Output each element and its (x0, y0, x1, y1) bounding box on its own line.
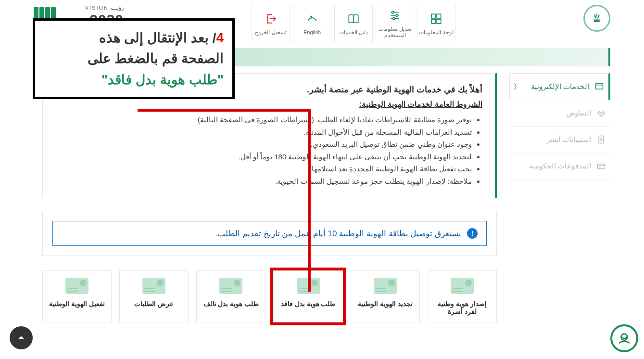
delivery-info-text: يستغرق توصيل بطاقة الهوية الوطنية 10 أيا… (215, 229, 461, 239)
sidebar-payments-label: المدفوعات الحكومية (529, 162, 591, 170)
card-renew-id[interactable]: تجديد الهوية الوطنية (351, 270, 420, 322)
card-damaged-id[interactable]: طلب هوية بدل تالف (196, 270, 265, 322)
tutorial-callout: 4/ بعد الإنتقال إلى هذه الصفحة قم بالضغط… (33, 18, 235, 99)
card-orders-label: عرض الطلبات (134, 300, 174, 308)
svg-rect-9 (598, 164, 605, 169)
chevron-left-icon: 〈 (514, 82, 521, 91)
nav-edit-user-label: تعديل معلومات المستخدم (376, 26, 414, 38)
svg-rect-2 (431, 19, 436, 24)
svg-point-4 (392, 11, 394, 13)
dashboard-icon (429, 12, 443, 26)
card-issue-family-id[interactable]: إصدار هوية وطنية لفرد أسرة (428, 270, 497, 322)
card-damaged-label: طلب هوية بدل تالف (203, 300, 259, 308)
sidebar-item-surveys[interactable]: استبيانات أبشر (509, 127, 610, 153)
eservices-icon (594, 81, 605, 92)
terms-item: تسديد الغرامات المالية المسجلة من قبل ال… (55, 126, 472, 139)
card-renew-label: تجديد الهوية الوطنية (358, 300, 413, 308)
id-card-icon (374, 278, 397, 294)
book-icon (347, 12, 360, 26)
sidebar-eservices-label: الخدمات الإلكترونية (531, 82, 589, 91)
nav-dashboard-label: لوحة المعلومات (419, 29, 453, 36)
chevron-up-icon (16, 333, 26, 343)
top-nav: لوحة المعلومات تعديل معلومات المستخدم دل… (252, 5, 455, 42)
nav-guide-label: دليل الخدمات (339, 29, 368, 36)
sidebar-item-payments[interactable]: المدفوعات الحكومية (509, 153, 610, 180)
language-icon (305, 12, 319, 26)
terms-heading: الشروط العامة لخدمات الهوية الوطنية: (55, 100, 482, 109)
scroll-to-top-button[interactable] (10, 326, 33, 349)
sidebar-negotiation-label: التفاوض (566, 109, 591, 117)
id-card-icon (65, 278, 88, 294)
svg-rect-7 (596, 83, 603, 89)
handshake-icon (596, 108, 606, 118)
svg-rect-0 (431, 14, 436, 18)
saudi-emblem-icon (583, 5, 610, 32)
delivery-info-panel: ! يستغرق توصيل بطاقة الهوية الوطنية 10 أ… (42, 211, 497, 256)
terms-list: توفير صورة مطابقة للاشتراطات تفاديا لإلغ… (55, 114, 482, 187)
nav-language-english[interactable]: English (293, 5, 331, 42)
support-agent-icon (617, 331, 632, 346)
card-lost-label: طلب هوية بدل فاقد (281, 300, 336, 308)
nav-dashboard[interactable]: لوحة المعلومات (417, 5, 455, 42)
sidebar-item-eservices[interactable]: الخدمات الإلكترونية 〈 (509, 73, 610, 100)
svg-point-6 (393, 17, 395, 19)
payments-icon (596, 161, 606, 171)
nav-logout[interactable]: تسجيل الخروج (252, 5, 290, 42)
nav-edit-user[interactable]: تعديل معلومات المستخدم (376, 5, 414, 42)
terms-item: ملاحظة: لإصدار الهوية يتطلب حجز موعد لتس… (55, 175, 472, 188)
svg-rect-1 (437, 14, 441, 18)
sidebar: الخدمات الإلكترونية 〈 التفاوض استبيانات … (509, 73, 610, 322)
card-lost-id[interactable]: طلب هوية بدل فاقد (273, 270, 342, 322)
card-issue-family-label: إصدار هوية وطنية لفرد أسرة (432, 300, 492, 315)
main-content: أهلاً بك في خدمات الهوية الوطنية عبر منص… (42, 73, 497, 322)
svg-rect-3 (437, 19, 441, 24)
info-icon: ! (467, 228, 478, 239)
card-activate-label: تفعيل الهوية الوطنية (49, 300, 105, 308)
id-card-icon (297, 278, 320, 294)
tutorial-step-number: 4 (216, 30, 224, 45)
support-chat-button[interactable] (610, 324, 638, 352)
sidebar-surveys-label: استبيانات أبشر (546, 135, 591, 144)
sidebar-item-negotiation[interactable]: التفاوض (509, 100, 610, 127)
nav-services-guide[interactable]: دليل الخدمات (334, 5, 373, 42)
tutorial-line2: الصفحة قم بالضغط على (88, 51, 224, 66)
card-activate-id[interactable]: تفعيل الهوية الوطنية (42, 270, 112, 322)
tutorial-line1: / بعد الإنتقال إلى هذه (99, 30, 216, 45)
sliders-icon (388, 9, 402, 22)
terms-item: يجب تفعيل بطاقة الهوية الوطنية المجددة ب… (55, 163, 472, 175)
nav-english-label: English (303, 29, 321, 35)
delivery-info: ! يستغرق توصيل بطاقة الهوية الوطنية 10 أ… (52, 221, 487, 246)
orders-icon (142, 278, 165, 294)
service-cards: إصدار هوية وطنية لفرد أسرة تجديد الهوية … (42, 270, 497, 322)
nav-logout-label: تسجيل الخروج (255, 29, 286, 36)
logout-icon (264, 12, 278, 26)
clipboard-icon (596, 134, 606, 145)
id-card-icon (451, 278, 474, 294)
card-view-orders[interactable]: عرض الطلبات (119, 270, 189, 322)
terms-item: لتجديد الهوية الوطنية يجب أن يتبقى على ا… (55, 151, 472, 163)
tutorial-target-text: "طلب هوية بدل فاقد" (101, 72, 224, 87)
terms-item: وجود عنوان وطني ضمن نطاق توصيل البريد ال… (55, 138, 472, 151)
svg-point-5 (396, 14, 398, 16)
id-card-icon (219, 278, 242, 294)
terms-item: توفير صورة مطابقة للاشتراطات تفاديا لإلغ… (55, 114, 472, 126)
vision-line: رؤيـــة VISION (64, 5, 124, 11)
